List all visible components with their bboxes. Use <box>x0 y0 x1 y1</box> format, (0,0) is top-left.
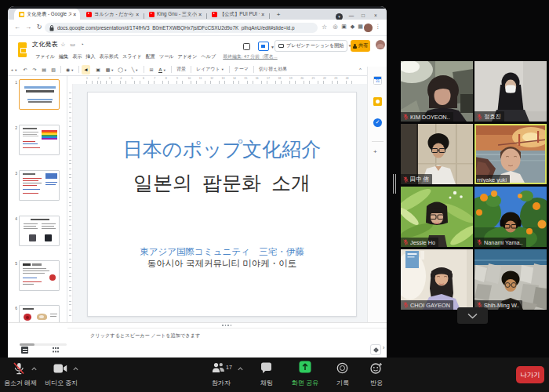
google-keep-icon[interactable] <box>373 97 382 106</box>
browser-menu-icon[interactable]: ⋮ <box>375 23 381 30</box>
insert-line-button[interactable]: ╲▼ <box>129 67 141 72</box>
start-presentation-button[interactable]: プレゼンテーションを開始 ▼ <box>274 40 347 52</box>
participant-tile[interactable]: 정효진 <box>474 61 547 122</box>
stop-video-button[interactable]: 비디오 중지 <box>45 379 78 387</box>
undo-button[interactable]: ↶ <box>20 67 30 72</box>
redo-button[interactable]: ↷ <box>30 67 39 72</box>
slide-title-korean[interactable]: 일본의 팝문화 소개 <box>88 172 356 194</box>
move-folder-icon[interactable]: ▭ <box>69 42 76 48</box>
share-button[interactable]: 共有 <box>351 40 370 52</box>
menu-arrange[interactable]: 配置 <box>146 53 155 60</box>
share-screen-button[interactable]: 화면 공유 <box>292 379 318 387</box>
extension-icon[interactable]: ◆ <box>349 24 356 30</box>
menu-file[interactable]: ファイル <box>35 53 55 60</box>
back-button[interactable]: ← <box>13 24 21 31</box>
browser-profile-avatar[interactable] <box>364 24 373 32</box>
tab-close-icon[interactable]: × <box>261 12 264 17</box>
window-maximize-button[interactable]: □ <box>359 12 367 20</box>
participants-button[interactable]: 참가자 <box>212 379 231 387</box>
slideshow-icon[interactable] <box>258 42 269 51</box>
background-button[interactable]: 背景 <box>176 66 186 73</box>
forward-button[interactable]: → <box>24 24 32 31</box>
participant-tile[interactable]: KIM DOYEON.. <box>401 61 473 122</box>
explore-button[interactable] <box>370 344 381 355</box>
tab-close-icon[interactable]: × <box>73 12 76 17</box>
tab-youtube-1[interactable]: ヨルシカ - だから僕は音楽を辞めた : × <box>82 9 143 20</box>
record-button[interactable]: 기록 <box>336 379 349 387</box>
layout-button[interactable]: レイアウト▼ <box>196 66 224 73</box>
menu-edit[interactable]: 編集 <box>59 53 68 60</box>
insert-shape-button[interactable]: ◯▼ <box>116 67 129 72</box>
menu-tools[interactable]: ツール <box>159 53 174 60</box>
unmute-button[interactable]: 음소거 해제 <box>4 379 37 387</box>
window-minimize-button[interactable]: — <box>347 12 355 20</box>
menu-format[interactable]: 表示形式 <box>100 53 118 60</box>
extension-icon[interactable]: ◎ <box>332 24 339 30</box>
slide-thumbnail-3[interactable] <box>19 170 60 201</box>
leave-meeting-button[interactable]: 나가기 <box>516 366 544 383</box>
extension-icon[interactable]: ▦ <box>357 24 364 30</box>
menu-addons[interactable]: アドオン <box>178 53 198 60</box>
print-button[interactable]: ▤ <box>39 67 49 72</box>
text-color-button[interactable]: A▼ <box>156 67 169 72</box>
participant-tile[interactable]: Jessie Ho <box>401 187 473 247</box>
video-camera-icon[interactable] <box>53 363 67 374</box>
speaker-notes-placeholder[interactable]: クリックするとスピーカー ノートを追加できます <box>90 332 200 339</box>
collapse-side-panel-icon[interactable]: › <box>383 345 384 350</box>
zoom-button[interactable]: ◉▼ <box>64 67 76 72</box>
menu-insert[interactable]: 挿入 <box>85 53 95 60</box>
window-close-button[interactable]: × <box>372 12 380 20</box>
slide-title-japanese[interactable]: 日本のポップ文化紹介 <box>88 138 356 161</box>
url-input[interactable]: docs.google.com/presentation/d/1T4fHV3_B… <box>45 23 318 33</box>
tab-slides[interactable]: 文化発表 - Google スライド × <box>14 9 80 20</box>
participant-tile[interactable]: Shih-Ming W.. <box>474 249 547 310</box>
theme-button[interactable]: テーマ <box>235 66 249 73</box>
comment-history-icon[interactable] <box>243 43 250 50</box>
transition-button[interactable]: 切り替え効果 <box>259 66 287 73</box>
star-document-icon[interactable]: ☆ <box>60 42 67 48</box>
current-slide[interactable]: 日本のポップ文化紹介 일본의 팝문화 소개 東アジア国際コミュニティ 三宅・伊藤… <box>87 92 357 317</box>
text-box-button[interactable]: ▣ <box>93 67 104 72</box>
new-slide-button[interactable]: +▼ <box>8 67 20 72</box>
select-tool-button[interactable]: ◄ <box>82 65 90 74</box>
slide-thumbnail-5[interactable] <box>19 260 60 291</box>
menu-view[interactable]: 表示 <box>72 53 82 60</box>
menu-slide[interactable]: スライド <box>122 53 142 60</box>
reload-button[interactable]: ↻ <box>35 24 43 31</box>
notes-resize-handle[interactable] <box>222 325 233 326</box>
share-screen-icon[interactable] <box>299 361 311 373</box>
slide-thumbnail-4[interactable] <box>19 216 60 246</box>
tab-youtube-2[interactable]: King Gnu - 三文小説 - YouTube × <box>144 9 205 20</box>
bookmark-star-icon[interactable]: ☆ <box>321 24 328 31</box>
slide-subtitle-korean[interactable]: 동아시아 국제커뮤니티 미야케・이토 <box>88 258 356 270</box>
hide-menus-button[interactable]: ^ <box>359 67 362 72</box>
insert-table-button[interactable]: ⊞ <box>147 67 156 72</box>
account-avatar[interactable] <box>376 40 385 49</box>
record-icon[interactable] <box>336 362 348 374</box>
participants-chevron-icon[interactable] <box>238 367 243 371</box>
menu-help[interactable]: ヘルプ <box>202 53 216 60</box>
participant-tile[interactable]: 田中 侑 <box>401 124 473 184</box>
tab-close-icon[interactable]: × <box>198 12 202 17</box>
show-more-participants-button[interactable] <box>457 307 488 324</box>
slide-subtitle-japanese[interactable]: 東アジア国際コミュニティ 三宅・伊藤 <box>88 246 356 258</box>
chat-icon[interactable] <box>260 362 272 374</box>
slide-thumbnail-1[interactable] <box>19 79 60 110</box>
new-tab-button[interactable]: + <box>274 11 282 18</box>
participants-icon[interactable] <box>212 362 225 373</box>
cloud-status-icon[interactable]: ◔ <box>78 42 85 47</box>
filmstrip-scrollbar[interactable] <box>20 343 67 346</box>
grid-view-button[interactable] <box>52 347 60 354</box>
google-calendar-icon[interactable] <box>373 76 382 85</box>
slide-thumbnail-2[interactable] <box>19 125 60 155</box>
participant-tile-active-speaker[interactable]: miyake yuki <box>474 124 547 184</box>
chat-button[interactable]: 채팅 <box>260 379 273 387</box>
extension-icon[interactable]: ▣ <box>340 24 347 30</box>
participant-tile[interactable]: Nanami Yama.. <box>474 187 547 247</box>
video-options-chevron-icon[interactable] <box>73 367 78 371</box>
reactions-button[interactable]: 반응 <box>370 379 383 387</box>
tab-youtube-3[interactable]: 【公式】PUI PUI モルカー 第1話 : × <box>207 9 268 20</box>
mic-muted-icon[interactable] <box>13 362 25 376</box>
mic-options-chevron-icon[interactable] <box>31 367 37 371</box>
tab-close-icon[interactable]: × <box>136 12 139 17</box>
